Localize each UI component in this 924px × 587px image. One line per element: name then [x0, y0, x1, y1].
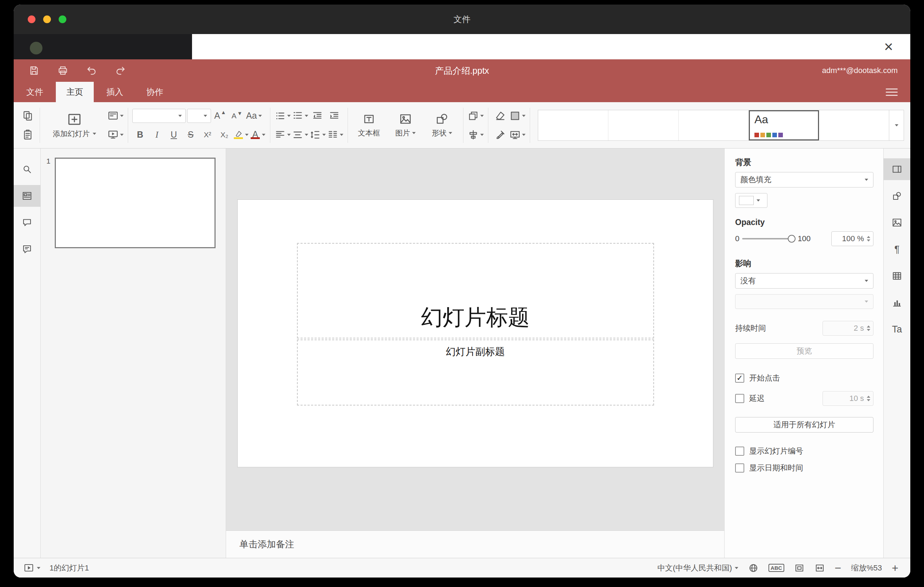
apply-to-all-slides-button[interactable]: 适用于所有幻灯片 [735, 417, 873, 432]
font-size-combo[interactable] [187, 109, 211, 123]
font-color-button[interactable]: A [250, 127, 266, 143]
change-layout-button[interactable] [107, 108, 124, 124]
decrease-indent-button[interactable] [310, 108, 325, 124]
duration-field[interactable]: 2 s [823, 321, 873, 336]
spinner-arrows[interactable] [867, 236, 870, 242]
sidebar-item-textart-settings[interactable]: Ta [884, 318, 911, 340]
zoom-in-button[interactable]: + [892, 562, 898, 574]
sidebar-item-chart-settings[interactable] [884, 292, 911, 313]
opacity-value-field[interactable]: 100 % [831, 231, 873, 246]
print-button[interactable] [56, 64, 69, 77]
theme-tile[interactable] [538, 110, 609, 140]
sidebar-item-paragraph-settings[interactable]: ¶ [884, 238, 911, 260]
delay-checkbox-row[interactable]: 延迟 [735, 393, 765, 404]
columns-button[interactable] [327, 127, 343, 143]
title-placeholder[interactable]: 幻灯片标题 [297, 243, 654, 338]
desktop-background: 文件 × [0, 0, 924, 587]
zoom-out-button[interactable]: − [835, 562, 842, 574]
delay-field[interactable]: 10 s [823, 391, 873, 406]
clear-style-button[interactable] [493, 108, 508, 124]
sidebar-item-slide-settings[interactable] [884, 158, 911, 180]
preview-button[interactable]: 预览 [735, 343, 873, 359]
sidebar-item-image-settings[interactable] [884, 212, 911, 234]
tab-home[interactable]: 主页 [56, 82, 94, 102]
notes-area[interactable]: 单击添加备注 [226, 531, 724, 558]
background-fill-select[interactable]: 颜色填充 [735, 172, 873, 188]
fit-slide-button[interactable] [794, 563, 805, 573]
sidebar-item-feedback[interactable] [14, 238, 41, 260]
copy-style-button[interactable] [493, 127, 508, 143]
theme-tile[interactable] [609, 110, 678, 140]
tab-file[interactable]: 文件 [16, 82, 54, 102]
spinner-arrows[interactable] [867, 325, 870, 331]
minimize-window-button[interactable] [43, 15, 51, 23]
sidebar-item-search[interactable] [14, 158, 41, 180]
strikethrough-button[interactable]: S [183, 127, 198, 143]
theme-tile[interactable] [678, 110, 749, 140]
increase-indent-button[interactable] [327, 108, 342, 124]
save-button[interactable] [28, 64, 40, 77]
arrange-shape-button[interactable] [468, 108, 484, 124]
toolbar-settings-menu-icon[interactable] [886, 87, 898, 97]
redo-button[interactable] [114, 64, 127, 77]
language-select[interactable]: 中文(中华人民共和国) [657, 563, 738, 573]
highlight-color-button[interactable] [233, 127, 249, 143]
insert-image-button[interactable]: 图片 [389, 108, 422, 143]
copy-button[interactable] [20, 108, 35, 124]
slide-thumbnail[interactable] [55, 158, 216, 248]
align-shape-button[interactable] [468, 127, 484, 143]
show-date-time-checkbox-row[interactable]: 显示日期和时间 [735, 463, 873, 473]
sidebar-item-table-settings[interactable] [884, 265, 911, 287]
horizontal-align-button[interactable] [274, 127, 291, 143]
vertical-align-icon [292, 129, 303, 140]
add-slide-button[interactable]: 添加幻灯片 [44, 108, 105, 143]
underline-button[interactable]: U [166, 127, 182, 143]
insert-textbox-button[interactable]: 文本框 [352, 108, 386, 143]
background-color-select[interactable] [735, 193, 767, 208]
tab-collaboration[interactable]: 协作 [136, 82, 174, 102]
subscript-button[interactable]: X₂ [216, 127, 232, 143]
theme-tile[interactable] [819, 110, 889, 140]
paragraph-group [274, 108, 343, 143]
bold-button[interactable]: B [132, 127, 148, 143]
effect-type-select[interactable] [735, 294, 873, 309]
theme-tile-selected[interactable]: Aa [749, 110, 819, 140]
increase-font-button[interactable]: A▲ [213, 108, 228, 124]
chevron-down-icon [37, 567, 40, 569]
opacity-slider[interactable] [742, 234, 795, 243]
bullets-button[interactable] [274, 108, 291, 124]
document-language-button[interactable] [748, 563, 759, 573]
shape-fill-button[interactable] [510, 108, 526, 124]
vertical-align-button[interactable] [292, 127, 308, 143]
close-window-button[interactable] [28, 15, 35, 23]
themes-gallery-expand-button[interactable] [889, 110, 904, 141]
undo-button[interactable] [85, 64, 98, 77]
fit-width-button[interactable] [815, 563, 825, 573]
spinner-arrows[interactable] [867, 396, 870, 401]
italic-button[interactable]: I [149, 127, 165, 143]
start-slideshow-status-button[interactable] [23, 563, 40, 573]
show-slide-number-checkbox-row[interactable]: 显示幻灯片编号 [735, 446, 873, 457]
insert-shape-button[interactable]: 形状 [425, 108, 459, 143]
superscript-button[interactable]: X² [200, 127, 215, 143]
paste-button[interactable] [20, 127, 35, 143]
sidebar-item-comments[interactable] [14, 212, 41, 234]
close-preview-button[interactable]: × [879, 37, 898, 56]
numbering-button[interactable] [292, 108, 308, 124]
subtitle-placeholder[interactable]: 幻灯片副标题 [297, 340, 654, 406]
slider-knob[interactable] [788, 235, 795, 242]
start-slideshow-button[interactable] [107, 127, 124, 143]
sidebar-item-slides[interactable] [14, 185, 41, 207]
spellcheck-button[interactable]: ABC [769, 564, 784, 572]
sidebar-item-shape-settings[interactable] [884, 185, 911, 207]
line-spacing-button[interactable] [310, 127, 326, 143]
decrease-font-button[interactable]: A▼ [229, 108, 245, 124]
tab-insert[interactable]: 插入 [96, 82, 134, 102]
slide-size-button[interactable] [510, 127, 526, 143]
font-name-combo[interactable] [132, 109, 186, 123]
change-case-button[interactable]: Aa [246, 108, 262, 124]
effect-select[interactable]: 没有 [735, 273, 873, 289]
start-on-click-checkbox-row[interactable]: ✓ 开始点击 [735, 373, 873, 383]
table-icon [892, 271, 902, 281]
zoom-window-button[interactable] [59, 15, 66, 23]
